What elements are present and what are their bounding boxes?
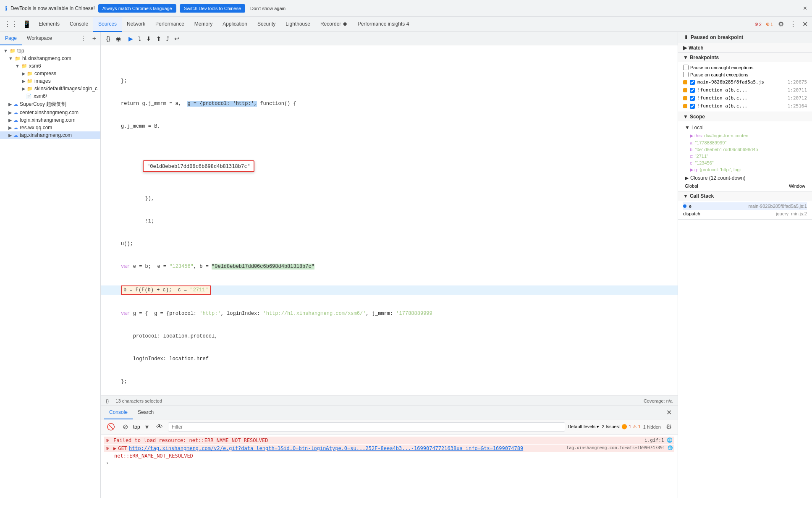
code-area[interactable]: }; return g.j_mmrm = a, g = {protocol: '… [101, 45, 678, 395]
cloud-icon: ☁ [13, 102, 18, 107]
bp-checkbox-4[interactable] [690, 104, 695, 109]
tab-recorder[interactable]: Recorder ⏺ [315, 17, 353, 32]
tab-application[interactable]: Application [217, 17, 252, 32]
deactivate-button[interactable]: ↩ [172, 34, 181, 43]
scope-section-title[interactable]: ▼ Scope [678, 112, 812, 121]
settings-icon[interactable]: ⚙ [775, 18, 786, 30]
bottom-tab-actions: ✕ [664, 407, 674, 418]
folder-expand-icon: ▶ [8, 133, 12, 138]
pause-uncaught-checkbox[interactable] [683, 65, 689, 70]
tree-item-skins[interactable]: ▶ 📁 skins/default/images/login_c [0, 85, 100, 92]
tab-security[interactable]: Security [252, 17, 280, 32]
tab-performance-insights[interactable]: Performance insights 4 [353, 17, 414, 32]
tab-elements[interactable]: Elements [34, 17, 65, 32]
code-line: !1; [101, 217, 678, 225]
tab-console[interactable]: Console [65, 17, 93, 32]
tree-item-xsm6[interactable]: ▼ 📁 xsm6 [0, 62, 100, 70]
tree-item-res[interactable]: ▶ ☁ res.wx.qq.com [0, 124, 100, 131]
tooltip-hash-value: "0e1d8ebeb17dd06c6b698d4b81318b7c" [143, 160, 254, 172]
tree-item-xsm6-file[interactable]: 📄 xsm6/ [0, 92, 100, 100]
tab-lighthouse[interactable]: Lighthouse [280, 17, 315, 32]
default-levels-button[interactable]: Default levels ▾ [568, 424, 599, 429]
tab-page[interactable]: Page [0, 32, 22, 45]
devtools-menu-icon[interactable]: ⋮⋮ [2, 18, 20, 30]
step-out-button[interactable]: ⬆ [154, 34, 163, 43]
tree-item-center[interactable]: ▶ ☁ center.xinshangmeng.com [0, 109, 100, 116]
panel-actions: ⋮ + [77, 33, 100, 44]
close-devtools-button[interactable]: ✕ [800, 18, 810, 30]
clear-console-button[interactable]: 🚫 [104, 421, 118, 432]
tab-memory[interactable]: Memory [189, 17, 217, 32]
close-bottom-panel-button[interactable]: ✕ [664, 407, 674, 418]
chars-selected: 13 characters selected [115, 398, 162, 403]
code-line: u(); [101, 240, 678, 248]
tree-item-tag[interactable]: ▶ ☁ tag.xinshangmeng.com [0, 131, 100, 139]
device-toolbar-icon[interactable]: 📱 [20, 18, 34, 30]
bp-checkbox-3[interactable] [690, 96, 695, 101]
debug-status-text: Paused on breakpoint [691, 34, 743, 40]
step-into-button[interactable]: ⬇ [144, 34, 153, 43]
console-url-link[interactable]: http://tag.xinshangmeng.com/v2/e.gif?dat… [129, 445, 523, 451]
pause-caught-checkbox[interactable] [683, 72, 689, 77]
tab-workspace[interactable]: Workspace [22, 32, 57, 45]
tree-item-images[interactable]: ▶ 📁 images [0, 77, 100, 85]
code-line: var g = { g = {protocol: 'http:', loginI… [101, 310, 678, 317]
step-over-button[interactable]: ⤵ [136, 34, 143, 43]
issues-label: 2 Issues: 🟠 1 ⚠ 1 [602, 424, 641, 429]
tab-search-bottom[interactable]: Search [133, 406, 159, 419]
watch-section-title[interactable]: ▶ Watch [678, 43, 812, 52]
eye-icon[interactable]: 👁 [154, 421, 165, 432]
callstack-item-2[interactable]: dispatch jquery_min.js:2 [683, 210, 807, 217]
console-error-source-1[interactable]: i.gif:1 🌐 [644, 437, 673, 443]
global-val: Window [789, 183, 805, 188]
cs-file-1: main-9826b285f8fad5a5.js:1 [749, 204, 807, 209]
tree-item-supercopy[interactable]: ▶ ☁ SuperCopy 超级复制 [0, 100, 100, 109]
tree-item-hl[interactable]: ▼ 📁 hl.xinshangmeng.com [0, 55, 100, 62]
switch-to-chinese-button[interactable]: Switch DevTools to Chinese [180, 4, 245, 13]
file-icon: 📄 [26, 94, 32, 99]
dismiss-button[interactable]: Don't show again [250, 6, 286, 11]
console-expand-icon[interactable]: ▶ [113, 445, 116, 451]
bp-checkbox-1[interactable] [690, 80, 695, 85]
console-get-label: GET [118, 445, 127, 451]
spacer [22, 94, 24, 99]
bp-file-1: main-9826b285f8fad5a5.js [697, 79, 764, 85]
cs-func-1: e [689, 204, 692, 209]
console-filter-input[interactable] [168, 422, 565, 432]
tree-item-label: hl.xinshangmeng.com [22, 55, 71, 61]
tab-console-bottom[interactable]: Console [104, 406, 133, 419]
tree-item-top[interactable]: ▼ 📁 top [0, 47, 100, 55]
close-notification-button[interactable]: × [803, 5, 807, 12]
code-content: }; return g.j_mmrm = a, g = {protocol: '… [101, 45, 678, 395]
new-tab-icon[interactable]: + [90, 33, 99, 44]
more-options-icon[interactable]: ⋮ [787, 18, 799, 30]
issues-settings-icon[interactable]: ⚙ [663, 421, 674, 432]
local-section-title[interactable]: ▼ Local [683, 123, 807, 132]
scope-g[interactable]: ▶ g: {protocol: 'http:', logi [690, 166, 807, 173]
callstack-item-1[interactable]: e main-9826b285f8fad5a5.js:1 [683, 202, 807, 210]
callstack-section-title[interactable]: ▼ Call Stack [678, 191, 812, 201]
scope-section: ▼ Scope ▼ Local ▶ this: div#login-form.c… [678, 112, 812, 191]
bp-func-4: !function a(b,c... [697, 103, 747, 109]
tab-network[interactable]: Network [122, 17, 150, 32]
context-dropdown-icon[interactable]: ▾ [143, 421, 151, 432]
format-icon[interactable]: {} [104, 34, 112, 43]
tree-item-compress[interactable]: ▶ 📁 compress [0, 70, 100, 77]
breakpoints-section-title[interactable]: ▼ Breakpoints [678, 53, 812, 62]
match-language-button[interactable]: Always match Chrome's language [98, 4, 176, 13]
code-line: var e = b; e = "123456", b = "0e1d8ebeb1… [101, 263, 678, 270]
scope-this[interactable]: ▶ this: div#login-form.conten [690, 132, 807, 139]
closure-section-title[interactable]: ▶ Closure (12.count-down) [683, 173, 807, 183]
resume-button[interactable]: ▶ [126, 34, 135, 43]
panel-more-icon[interactable]: ⋮ [77, 33, 89, 44]
file-tree: ▼ 📁 top ▼ 📁 hl.xinshangmeng.com ▼ 📁 xsm6… [0, 45, 100, 498]
step-button[interactable]: ⤴ [164, 34, 171, 43]
bp-checkbox-2[interactable] [690, 88, 695, 93]
filter-icon[interactable]: ⊘ [120, 421, 131, 432]
tab-sources[interactable]: Sources [93, 17, 122, 32]
breakpoints-icon[interactable]: ◉ [114, 34, 123, 43]
console-error-source-2[interactable]: tag.xinshangmeng.com.fo=&ts=16990747891 … [566, 445, 673, 450]
tab-performance[interactable]: Performance [150, 17, 189, 32]
tree-item-login[interactable]: ▶ ☁ login.xinshangmeng.com [0, 116, 100, 124]
breakpoint-item-2: !function a(b,c... 1:20711 [683, 86, 807, 94]
